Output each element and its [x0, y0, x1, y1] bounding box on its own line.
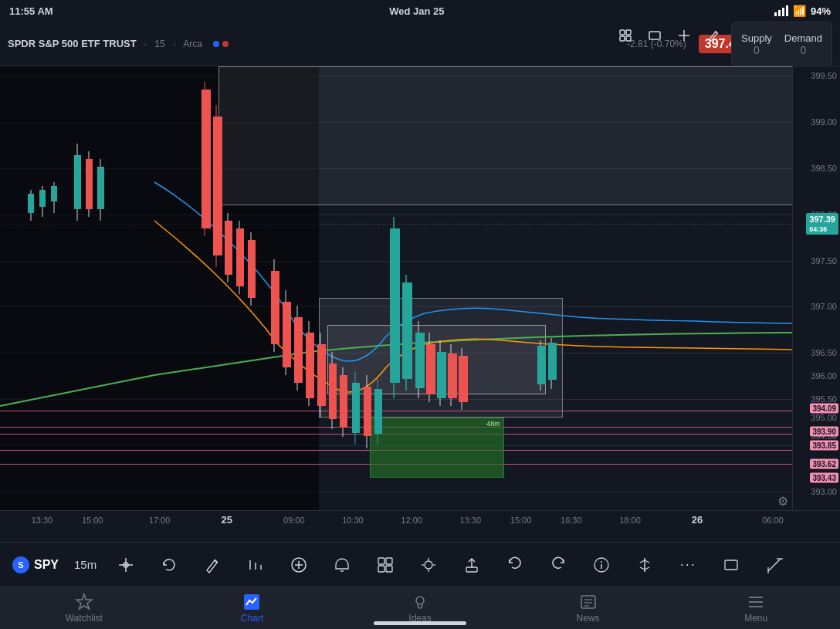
home-indicator	[374, 621, 466, 625]
time-26: 26	[692, 514, 703, 526]
undo-button[interactable]	[501, 556, 529, 573]
nav-ideas[interactable]: Ideas	[389, 593, 451, 624]
svg-rect-0	[620, 30, 625, 35]
crosshair-tool-button[interactable]	[672, 23, 696, 48]
redo-button[interactable]	[544, 556, 572, 573]
time-1800: 18:00	[619, 516, 641, 525]
rect-icon	[723, 556, 740, 573]
price-399-50: 399.50	[811, 71, 837, 80]
status-time: 11:55 AM	[9, 5, 53, 17]
toolbar-top	[613, 23, 726, 48]
price-393-62: 393.62	[810, 459, 838, 469]
nav-news-label: News	[577, 613, 600, 624]
price-398-50: 398.50	[811, 164, 837, 173]
light-bottom-button[interactable]	[415, 556, 442, 573]
svg-rect-23	[213, 117, 222, 255]
svg-rect-83	[378, 566, 384, 572]
svg-rect-27	[236, 228, 244, 286]
measure-icon	[766, 556, 783, 573]
time-0600: 06:00	[762, 516, 784, 525]
svg-rect-82	[386, 558, 392, 564]
alert-bottom-button[interactable]	[328, 556, 356, 573]
indicator-icon	[247, 556, 264, 573]
layout-bottom-button[interactable]	[371, 556, 399, 573]
supply-label: Supply	[741, 32, 772, 44]
price-395-50: 395.50	[811, 394, 837, 404]
svg-line-96	[768, 559, 781, 571]
svg-rect-43	[340, 375, 347, 428]
svg-rect-51	[426, 344, 435, 394]
chart-area: 48m	[0, 66, 840, 529]
info-icon	[593, 556, 610, 573]
info-button[interactable]	[588, 556, 615, 573]
svg-rect-63	[352, 383, 360, 433]
svg-rect-25	[225, 221, 232, 275]
svg-rect-35	[294, 317, 303, 383]
rectangle-tool-button[interactable]	[642, 23, 667, 48]
ticker-name: SPDR S&P 500 ETF TRUST	[8, 38, 137, 49]
svg-rect-65	[364, 387, 371, 436]
ticker-exchange: Arca	[183, 39, 202, 49]
nav-menu-label: Menu	[744, 613, 767, 624]
watchlist-icon	[75, 593, 93, 611]
svg-rect-81	[378, 558, 384, 564]
add-chart-icon	[290, 556, 307, 573]
nav-chart[interactable]: Chart	[221, 593, 283, 624]
battery-label: 94%	[811, 5, 831, 17]
time-1200: 12:00	[401, 516, 422, 525]
nav-watchlist-label: Watchlist	[66, 613, 103, 624]
svg-rect-17	[86, 159, 93, 209]
light-icon	[420, 556, 437, 573]
measure-button[interactable]	[760, 556, 788, 573]
price-394-09: 394.09	[810, 404, 838, 414]
menu-icon	[747, 593, 765, 611]
time-1330-1: 13:30	[32, 516, 53, 525]
price-393-85: 393.85	[810, 441, 838, 451]
time-1700: 17:00	[149, 516, 171, 525]
chart-settings-icon[interactable]: ⚙	[774, 492, 792, 510]
more-icon: ···	[680, 556, 696, 573]
svg-rect-3	[626, 36, 631, 41]
demand-col: Demand 0	[784, 32, 822, 56]
timeframe-text[interactable]: 15m	[74, 558, 97, 571]
share-bottom-button[interactable]	[458, 556, 486, 573]
price-395-00: 395.00	[811, 413, 837, 422]
rect-button[interactable]	[717, 556, 745, 573]
draw-tool-button[interactable]	[701, 23, 726, 48]
draw-bottom-button[interactable]	[198, 556, 226, 573]
add-chart-button[interactable]	[285, 556, 313, 573]
svg-rect-19	[97, 167, 104, 209]
candlestick-chart	[0, 66, 792, 514]
redo-icon	[550, 556, 567, 573]
more-button[interactable]: ···	[674, 556, 702, 573]
candle-group-drop	[202, 82, 347, 437]
svg-rect-55	[448, 353, 457, 398]
svg-rect-67	[374, 389, 382, 434]
svg-rect-95	[725, 560, 737, 570]
symbol-pill[interactable]: S SPY	[12, 556, 59, 573]
time-0900: 09:00	[283, 516, 305, 525]
crosshair-bottom-button[interactable]	[112, 556, 140, 573]
stats-button[interactable]	[631, 556, 659, 573]
price-397-50: 397.50	[811, 256, 837, 265]
grid-tool-button[interactable]	[613, 23, 638, 48]
svg-rect-21	[202, 90, 211, 228]
nav-news[interactable]: News	[557, 593, 619, 624]
svg-rect-4	[649, 32, 660, 39]
time-1030: 10:30	[342, 516, 364, 525]
price-393-00: 393.00	[811, 487, 837, 496]
ideas-icon	[411, 593, 429, 611]
crosshair-bottom-icon	[117, 556, 134, 573]
replay-button[interactable]	[155, 556, 183, 573]
status-bar: 11:55 AM Wed Jan 25 📶 94%	[0, 0, 840, 22]
symbol-text: SPY	[34, 558, 59, 572]
svg-rect-31	[271, 271, 279, 344]
nav-watchlist[interactable]: Watchlist	[53, 593, 115, 624]
svg-rect-37	[306, 333, 314, 398]
indicator-bottom-button[interactable]	[242, 556, 269, 573]
time-1330-2: 13:30	[460, 516, 482, 525]
svg-rect-9	[28, 194, 34, 213]
nav-menu[interactable]: Menu	[725, 593, 787, 624]
chart-nav-icon	[242, 593, 261, 611]
layout-icon	[377, 556, 394, 573]
